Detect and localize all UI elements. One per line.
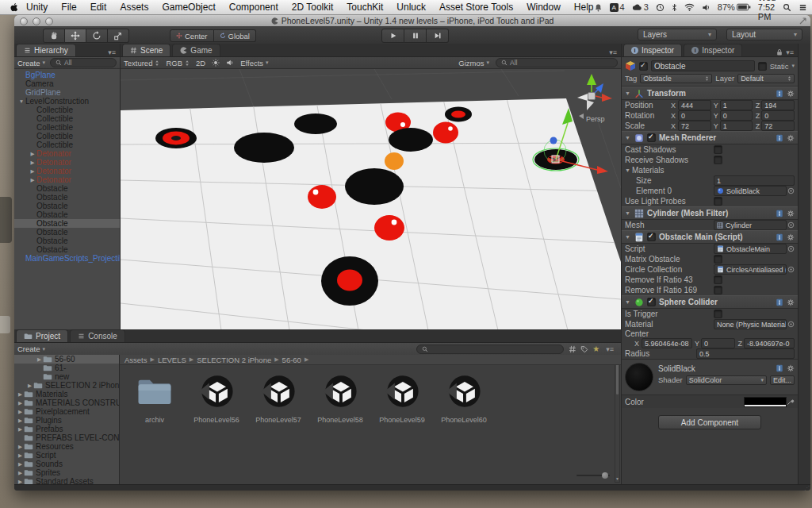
script-header[interactable]: ▼ Obstacle Main (Script) <box>622 230 798 244</box>
x-field[interactable]: 0 <box>678 110 711 121</box>
expand-arrow-icon[interactable]: ▶ <box>29 158 36 167</box>
asset-item[interactable]: archiv <box>128 373 182 424</box>
layer-dropdown[interactable]: Default <box>737 74 795 83</box>
hierarchy-item[interactable]: Obstacle <box>14 202 120 210</box>
2d-toggle-button[interactable]: 2D <box>196 59 205 67</box>
help-icon[interactable] <box>776 364 783 372</box>
gizmos-dropdown[interactable]: Gizmos▾ <box>458 59 489 67</box>
hierarchy-item[interactable]: ▶ Detonator <box>14 167 120 175</box>
asset-item[interactable]: PhoneLevel56 <box>190 373 243 424</box>
tab-inspector-1[interactable]: iInspector <box>623 44 682 56</box>
object-picker-icon[interactable] <box>787 266 795 273</box>
minimize-window-button[interactable] <box>33 17 40 25</box>
app-badge-icon[interactable]: A4 <box>610 2 625 12</box>
ratio43-checkbox[interactable] <box>714 275 722 284</box>
resize-grip[interactable]: ⋰ <box>804 485 810 491</box>
center-y-field[interactable]: 0 <box>701 338 735 348</box>
gear-icon[interactable] <box>787 298 795 306</box>
favorites-star-icon[interactable]: ★ <box>592 344 599 353</box>
menu-item[interactable]: TouchKit <box>347 2 383 13</box>
hierarchy-item[interactable]: Obstacle <box>14 237 120 245</box>
tab-inspector-2[interactable]: iInspector <box>684 44 742 56</box>
folder-expand-arrow-icon[interactable]: ▶ <box>17 444 24 450</box>
hierarchy-item[interactable]: Obstacle <box>14 245 120 254</box>
shader-edit-button[interactable]: Edit... <box>770 375 795 385</box>
bell-icon[interactable] <box>594 3 603 12</box>
gizmo-z-handle[interactable] <box>550 137 557 144</box>
scale-tool-button[interactable] <box>108 29 129 43</box>
hierarchy-item[interactable]: BgPlane <box>14 71 120 79</box>
inspector-panel-menu-icon[interactable]: ▾≡ <box>786 48 794 56</box>
asset-item[interactable]: PhoneLevel59 <box>375 373 429 424</box>
receive-shadows-checkbox[interactable] <box>714 156 722 164</box>
project-panel-menu-icon[interactable]: ▾≡ <box>606 345 618 353</box>
persp-label[interactable]: Persp <box>586 115 605 123</box>
y-field[interactable]: 0 <box>720 110 753 121</box>
hierarchy-item[interactable]: ▶ Detonator <box>14 149 120 158</box>
hierarchy-item[interactable]: Collectible <box>14 114 120 123</box>
x-field[interactable]: 72 <box>678 121 711 131</box>
asset-item[interactable]: PhoneLevel60 <box>437 373 491 424</box>
obstacle-disc-black[interactable] <box>389 128 433 152</box>
project-folder-row[interactable]: ▶ Standard Assets <box>14 477 119 484</box>
physic-material-field[interactable]: None (Physic Material) <box>714 319 787 329</box>
menu-clock[interactable]: Wed 7:52 PM <box>758 0 776 21</box>
static-dropdown-icon[interactable]: ▾ <box>791 63 795 69</box>
eyedropper-icon[interactable] <box>787 398 795 406</box>
element0-field[interactable]: SolidBlack <box>714 186 787 196</box>
cloud-icon[interactable]: 3 <box>632 2 649 12</box>
obstacle-disc-black[interactable] <box>234 133 294 163</box>
layers-dropdown[interactable]: Layers▾ <box>638 29 717 40</box>
project-folder-row[interactable]: ▶ 61- <box>14 364 119 372</box>
z-field[interactable]: 194 <box>761 100 795 110</box>
mesh-renderer-enabled-checkbox[interactable] <box>647 133 656 142</box>
object-picker-icon[interactable] <box>787 187 795 194</box>
gear-icon[interactable] <box>787 90 795 98</box>
hierarchy-item[interactable]: Collectible <box>14 140 120 149</box>
sphere-collider-header[interactable]: ▼ Sphere Collider <box>622 295 798 309</box>
center-x-field[interactable]: 5.960464e-08 <box>642 338 692 348</box>
menu-item[interactable]: Asset Store Tools <box>439 2 513 13</box>
gear-icon[interactable] <box>787 233 795 241</box>
close-window-button[interactable] <box>20 17 28 25</box>
thumbnail-zoom-slider[interactable] <box>576 472 610 479</box>
transform-header[interactable]: ▼ Transform <box>622 87 798 100</box>
obstacle-disc-black-red[interactable] <box>445 107 472 122</box>
help-icon[interactable] <box>776 298 783 306</box>
scene-lighting-icon[interactable] <box>212 59 220 67</box>
hierarchy-item[interactable]: Obstacle <box>14 210 120 219</box>
help-icon[interactable] <box>776 134 783 142</box>
play-button[interactable] <box>381 29 404 43</box>
tab-console[interactable]: Console <box>70 329 125 342</box>
help-icon[interactable] <box>776 210 783 217</box>
project-folder-row[interactable]: ▶ Materials <box>14 390 119 398</box>
scene-viewport[interactable]: Persp <box>121 69 621 330</box>
detonator-sphere-red[interactable] <box>308 185 336 209</box>
expand-arrow-icon[interactable]: ▼ <box>17 97 25 106</box>
search-by-label-icon[interactable] <box>580 345 588 353</box>
hierarchy-item[interactable]: ▶ Detonator <box>14 175 120 184</box>
hierarchy-search-input[interactable]: All <box>50 58 117 67</box>
project-folder-row[interactable]: ▶ MATERIALS CONSTRUCTI <box>14 398 119 407</box>
project-folder-row[interactable]: ▶ SELECTION 2 iPhone 1 <box>14 381 119 390</box>
shader-dropdown[interactable]: SolidColor▾ <box>686 375 767 385</box>
volume-icon[interactable] <box>702 3 710 12</box>
gear-icon[interactable] <box>787 210 795 217</box>
tab-scene[interactable]: Scene <box>122 44 170 56</box>
hierarchy-item[interactable]: Obstacle <box>14 228 120 237</box>
project-folder-row[interactable]: ▶ Resources <box>14 442 119 451</box>
collider-enabled-checkbox[interactable] <box>647 298 656 306</box>
bluetooth-icon[interactable] <box>672 3 677 12</box>
light-probes-checkbox[interactable] <box>714 197 722 206</box>
expand-arrow-icon[interactable]: ▶ <box>29 175 36 184</box>
project-folder-row[interactable]: ▶ 56-60 <box>14 355 119 364</box>
obstacle-disc-black[interactable] <box>345 168 404 205</box>
expand-arrow-icon[interactable]: ▶ <box>29 149 36 158</box>
obstacle-disc-red-ring[interactable] <box>155 128 197 148</box>
breadcrumb-item[interactable]: LEVELS <box>158 356 186 364</box>
help-icon[interactable] <box>776 90 783 98</box>
object-picker-icon[interactable] <box>787 221 795 229</box>
y-field[interactable]: 1 <box>720 100 753 110</box>
folder-expand-arrow-icon[interactable]: ▶ <box>17 426 24 433</box>
scene-audio-icon[interactable] <box>226 59 234 67</box>
